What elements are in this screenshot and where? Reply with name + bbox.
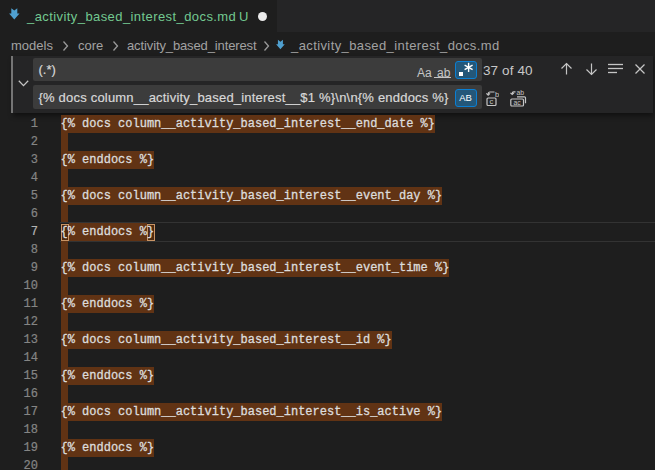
svg-text:b: b xyxy=(495,90,499,99)
svg-text:ac: ac xyxy=(514,99,522,106)
svg-text:c: c xyxy=(490,96,494,105)
svg-text:ab: ab xyxy=(517,89,525,96)
